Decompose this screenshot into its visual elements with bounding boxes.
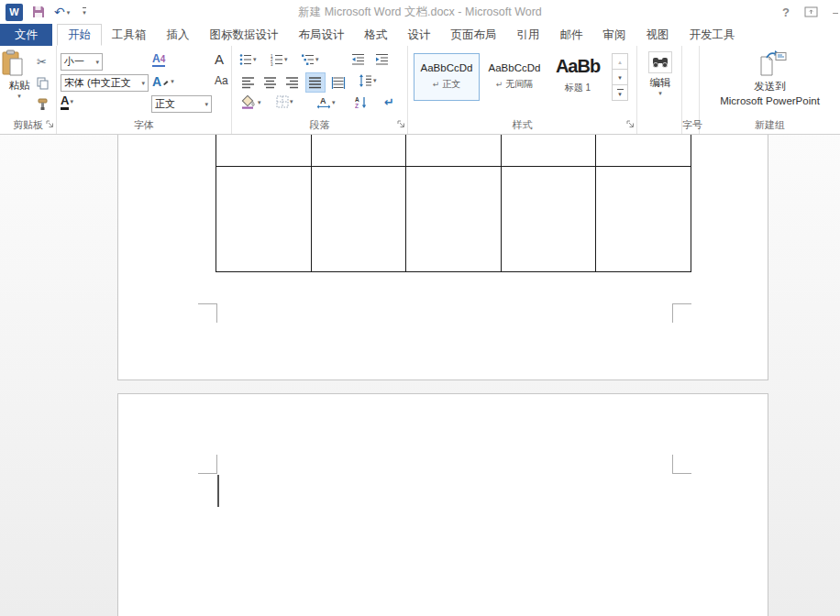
- table-cell[interactable]: [596, 167, 691, 271]
- more-bar: [617, 89, 624, 90]
- shading-dropdown-icon[interactable]: ▾: [258, 99, 261, 106]
- paste-dropdown-icon[interactable]: ▾: [2, 93, 37, 100]
- undo-dropdown-icon[interactable]: ▾: [67, 9, 71, 16]
- justify-button[interactable]: [305, 72, 326, 93]
- align-left-button[interactable]: [239, 74, 258, 92]
- editing-dropdown-icon[interactable]: ▾: [643, 90, 678, 97]
- font-name-combo[interactable]: 宋体 (中文正文▾: [61, 74, 149, 92]
- table-cell[interactable]: [502, 167, 597, 271]
- font-size-combo[interactable]: 小一▾: [61, 53, 103, 71]
- shading-button[interactable]: ▾: [241, 95, 261, 109]
- character-border-icon: A: [215, 51, 224, 67]
- styles-dialog-launcher-icon[interactable]: [626, 120, 635, 128]
- decrease-indent-button[interactable]: [351, 53, 365, 66]
- group-paragraph: ▾ 123 ▾ ▾: [232, 46, 408, 134]
- tab-layout-design[interactable]: 布局设计: [289, 24, 355, 46]
- tab-home[interactable]: 开始: [57, 24, 102, 46]
- table-cell[interactable]: [216, 135, 312, 166]
- character-border-button[interactable]: A: [215, 51, 224, 67]
- table-cell[interactable]: [312, 135, 407, 166]
- text-effects-dropdown-icon[interactable]: ▾: [171, 78, 174, 85]
- table-cell[interactable]: [596, 135, 691, 166]
- bullets-dropdown-icon[interactable]: ▾: [253, 56, 257, 63]
- new-group-label: 新建组: [700, 118, 840, 132]
- borders-dropdown-icon[interactable]: ▾: [290, 98, 293, 105]
- table-cell[interactable]: [406, 167, 502, 271]
- increase-indent-button[interactable]: [375, 53, 389, 66]
- table-cell[interactable]: [502, 135, 597, 166]
- clipboard-dialog-launcher-icon[interactable]: [46, 120, 54, 128]
- styles-scroll-up-button[interactable]: ▴: [613, 54, 627, 70]
- multilevel-list-dropdown-icon[interactable]: ▾: [315, 56, 319, 63]
- undo-button[interactable]: ↶▾: [54, 6, 70, 18]
- page-2[interactable]: [117, 393, 768, 616]
- asian-layout-button[interactable]: A ▾: [316, 95, 336, 109]
- styles-gallery-more-button[interactable]: ▾: [613, 85, 627, 100]
- cut-button[interactable]: ✂: [37, 51, 55, 72]
- numbering-dropdown-icon[interactable]: ▾: [284, 56, 288, 63]
- editing-button[interactable]: 编辑 ▾: [643, 51, 678, 97]
- distribute-button[interactable]: [329, 74, 348, 92]
- table-cell[interactable]: [216, 167, 312, 271]
- ribbon-tab-bar: 文件 开始 工具箱 插入 图标数据设计 布局设计 格式 设计 页面布局 引用 邮…: [0, 24, 840, 46]
- line-spacing-button[interactable]: ▾: [359, 74, 377, 87]
- format-painter-button[interactable]: [37, 94, 55, 115]
- help-button[interactable]: ?: [782, 6, 790, 19]
- asian-layout-dropdown-icon[interactable]: ▾: [332, 99, 336, 106]
- bullets-button[interactable]: ▾: [239, 53, 257, 66]
- styles-scroll-down-button[interactable]: ▾: [613, 70, 627, 85]
- table-cell[interactable]: [406, 135, 502, 166]
- copy-button[interactable]: [37, 72, 55, 94]
- font-color-button[interactable]: A ▾: [61, 94, 73, 110]
- tab-design[interactable]: 设计: [398, 24, 441, 46]
- table-cell[interactable]: [312, 167, 407, 271]
- tab-review[interactable]: 审阅: [593, 24, 636, 46]
- table-row: [216, 167, 691, 271]
- document-table[interactable]: [216, 135, 691, 272]
- align-right-button[interactable]: [283, 74, 302, 92]
- paste-button[interactable]: 粘贴 ▾: [2, 50, 37, 100]
- tab-toolbox[interactable]: 工具箱: [102, 24, 157, 46]
- style-combo-dropdown-icon[interactable]: ▾: [202, 101, 208, 108]
- numbering-button[interactable]: 123 ▾: [271, 53, 288, 66]
- tab-file[interactable]: 文件: [0, 24, 52, 46]
- tab-developer[interactable]: 开发工具: [680, 24, 746, 46]
- style-card-normal[interactable]: AaBbCcDd ↵ 正文: [414, 53, 480, 101]
- style-card-heading1[interactable]: AaBb 标题 1: [547, 53, 608, 101]
- font-size-dropdown-icon[interactable]: ▾: [93, 59, 99, 66]
- format-painter-icon: [37, 98, 50, 111]
- group-clipboard: 粘贴 ▾ ✂ 剪贴板: [0, 46, 57, 134]
- tab-mailings[interactable]: 邮件: [550, 24, 593, 46]
- sort-button[interactable]: A Z: [355, 95, 368, 109]
- show-marks-button[interactable]: ↵: [384, 95, 394, 109]
- multilevel-list-button[interactable]: ▾: [302, 53, 319, 66]
- minimize-button[interactable]: –: [833, 6, 838, 19]
- qat-customize-button[interactable]: ▾: [83, 7, 86, 16]
- tab-icon-data-design[interactable]: 图标数据设计: [200, 24, 289, 46]
- document-canvas[interactable]: [0, 135, 840, 616]
- word-app-icon[interactable]: W: [6, 4, 23, 21]
- style-combo[interactable]: 正文▾: [151, 95, 212, 113]
- align-center-button[interactable]: [261, 74, 280, 92]
- tab-page-layout[interactable]: 页面布局: [441, 24, 507, 46]
- bullets-icon: [239, 53, 252, 66]
- tab-format[interactable]: 格式: [355, 24, 398, 46]
- tab-references[interactable]: 引用: [507, 24, 550, 46]
- style-card-no-spacing[interactable]: AaBbCcDd ↵ 无间隔: [481, 53, 547, 101]
- send-to-powerpoint-button[interactable]: 发送到 Microsoft PowerPoint: [700, 50, 840, 108]
- ribbon-display-options-button[interactable]: [804, 6, 818, 17]
- phonetic-guide-button[interactable]: A4: [152, 53, 165, 67]
- text-cursor: [217, 475, 219, 507]
- line-spacing-dropdown-icon[interactable]: ▾: [373, 77, 377, 84]
- tab-insert[interactable]: 插入: [157, 24, 200, 46]
- text-effects-button[interactable]: A ▾: [152, 74, 174, 89]
- paragraph-dialog-launcher-icon[interactable]: [397, 120, 405, 128]
- font-name-dropdown-icon[interactable]: ▾: [138, 80, 145, 87]
- borders-button[interactable]: ▾: [276, 95, 293, 108]
- font-color-dropdown-icon[interactable]: ▾: [70, 98, 73, 105]
- save-icon[interactable]: [32, 6, 45, 18]
- page-1[interactable]: [117, 135, 768, 380]
- style-name: ↵ 正文: [414, 78, 479, 91]
- change-case-button[interactable]: Aa: [215, 74, 228, 87]
- tab-view[interactable]: 视图: [636, 24, 680, 46]
